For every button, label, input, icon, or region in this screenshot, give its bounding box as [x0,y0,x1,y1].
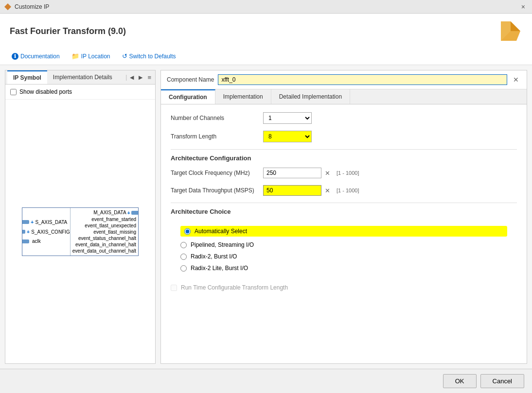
radio-radix2-label: Radix-2, Burst I/O [191,253,237,260]
ok-button[interactable]: OK [443,374,477,388]
transform-length-select[interactable]: 8 16 32 64 128 256 512 1024 [263,131,312,142]
svg-marker-2 [511,21,520,31]
port-m-axis-data: M_AXIS_DATA + [93,210,138,216]
port-s-axis-config: + S_AXIS_CONFIG [22,229,70,235]
divider-bar: | [125,74,127,81]
folder-icon: 📁 [71,52,79,60]
show-disabled-label[interactable]: Show disabled ports [19,88,72,95]
documentation-button[interactable]: ℹ Documentation [10,52,62,61]
nav-left-button[interactable]: ◀ [128,73,136,82]
ip-symbol-inner: + S_AXIS_DATA + S_AXIS_CONFIG aclk [22,208,138,256]
radio-radix2lite-label: Radix-2 Lite, Burst I/O [191,265,248,272]
titlebar: Customize IP × [0,0,532,14]
bottom-bar: OK Cancel [0,369,532,393]
runtime-label: Run Time Configurable Transform Length [181,284,288,291]
component-name-label: Component Name [167,76,214,83]
radio-pipelined-input[interactable] [180,242,187,248]
port-event-tlast-unexp: event_tlast_unexpected [85,223,138,228]
target-throughput-row: Target Data Throughput (MSPS) ✕ [1 - 100… [171,185,517,196]
arch-choice-title: Architecture Choice [171,208,517,215]
tab-implementation[interactable]: Implementation [215,89,271,104]
radio-radix2-input[interactable] [180,254,187,260]
connector-s-axis-data [22,220,29,224]
target-clock-label: Target Clock Frequency (MHz) [171,170,258,176]
component-name-input[interactable] [218,74,507,85]
label-s-axis-config: S_AXIS_CONFIG [31,229,70,235]
radio-auto-select-input[interactable] [184,228,191,235]
dialog: Fast Fourier Transform (9.0) ℹ Documenta… [0,14,532,393]
left-panel: IP Symbol Implementation Details | ◀ ▶ ≡… [5,70,156,364]
symbol-area: + S_AXIS_DATA + S_AXIS_CONFIG aclk [5,100,155,363]
component-name-row: Component Name ✕ [161,70,527,89]
label-s-axis-data: S_AXIS_DATA [35,220,67,225]
dialog-title-row: Fast Fourier Transform (9.0) [10,19,522,43]
port-event-status: event_status_channel_halt [78,236,138,241]
panel-menu-button[interactable]: ≡ [145,73,153,82]
radio-radix2[interactable]: Radix-2, Burst I/O [180,253,507,260]
target-clock-range: [1 - 1000] [337,170,359,176]
port-event-data-in: event_data_in_channel_halt [75,242,138,247]
titlebar-left: Customize IP [4,3,49,11]
target-clock-row: Target Clock Frequency (MHz) ✕ [1 - 1000… [171,168,517,178]
target-throughput-input-group: ✕ [263,185,332,196]
target-clock-input[interactable] [263,168,321,178]
config-content: Number of Channels 1 2 4 8 Transform Len… [161,104,527,363]
runtime-checkbox[interactable] [171,285,177,291]
ip-symbol-block: + S_AXIS_DATA + S_AXIS_CONFIG aclk [22,207,139,256]
nav-right-button[interactable]: ▶ [137,73,144,82]
left-ports: + S_AXIS_DATA + S_AXIS_CONFIG aclk [22,208,70,256]
switch-defaults-button[interactable]: ↺ Switch to Defaults [120,51,178,61]
tab-detailed-implementation[interactable]: Detailed Implementation [271,89,350,104]
plus-s-axis-config[interactable]: + [27,229,30,235]
component-name-clear-button[interactable]: ✕ [511,75,521,85]
target-clock-clear-button[interactable]: ✕ [323,169,332,177]
runtime-row: Run Time Configurable Transform Length [171,276,517,295]
show-disabled-checkbox[interactable] [10,89,17,95]
tab-implementation-details[interactable]: Implementation Details [47,71,118,84]
target-throughput-range: [1 - 1000] [337,188,359,193]
switch-defaults-label: Switch to Defaults [129,53,176,60]
radio-pipelined-label: Pipelined, Streaming I/O [191,241,254,248]
dialog-header: Fast Fourier Transform (9.0) ℹ Documenta… [0,14,532,65]
close-button[interactable]: × [518,2,528,12]
plus-m-axis-data[interactable]: + [127,210,130,216]
content-area: IP Symbol Implementation Details | ◀ ▶ ≡… [0,65,532,369]
svg-marker-0 [4,3,11,10]
documentation-label: Documentation [20,53,60,60]
connector-s-axis-config [22,230,25,234]
arch-radio-group: Automatically Select Pipelined, Streamin… [171,221,517,276]
target-throughput-label: Target Data Throughput (MSPS) [171,187,258,194]
radio-pipelined[interactable]: Pipelined, Streaming I/O [180,241,507,248]
info-icon: ℹ [12,53,18,60]
show-disabled-row: Show disabled ports [5,85,155,100]
xilinx-logo-icon [499,19,522,43]
left-panel-tabs: IP Symbol Implementation Details | ◀ ▶ ≡ [5,70,155,85]
config-tabs: Configuration Implementation Detailed Im… [161,89,527,104]
arch-choice-section: Architecture Choice Automatically Select… [171,208,517,276]
radio-radix2lite-input[interactable] [180,265,187,272]
tab-configuration[interactable]: Configuration [161,89,215,104]
target-throughput-input[interactable] [263,185,321,196]
label-m-axis-data: M_AXIS_DATA [93,210,126,215]
divider-2 [171,203,517,203]
port-event-tlast-miss: event_tlast_missing [93,229,138,235]
dialog-title: Fast Fourier Transform (9.0) [10,26,126,36]
right-ports: M_AXIS_DATA + event_frame_started event_… [70,208,138,256]
ip-location-label: IP Location [81,53,110,60]
target-throughput-clear-button[interactable]: ✕ [323,187,332,195]
port-aclk: aclk [22,239,70,244]
num-channels-select[interactable]: 1 2 4 8 [263,112,312,124]
refresh-icon: ↺ [122,52,127,60]
radio-auto-select[interactable]: Automatically Select [180,226,507,237]
ip-location-button[interactable]: 📁 IP Location [70,51,112,61]
tab-ip-symbol[interactable]: IP Symbol [7,70,47,84]
plus-s-axis-data[interactable]: + [31,219,34,225]
num-channels-label: Number of Channels [171,115,258,121]
radio-radix2lite[interactable]: Radix-2 Lite, Burst I/O [180,265,507,272]
titlebar-title: Customize IP [15,3,49,10]
connector-aclk [22,239,29,243]
toolbar: ℹ Documentation 📁 IP Location ↺ Switch t… [10,48,522,65]
cancel-button[interactable]: Cancel [480,374,524,388]
target-clock-input-group: ✕ [263,168,332,178]
port-event-data-out: event_data_out_channel_halt [72,248,138,254]
